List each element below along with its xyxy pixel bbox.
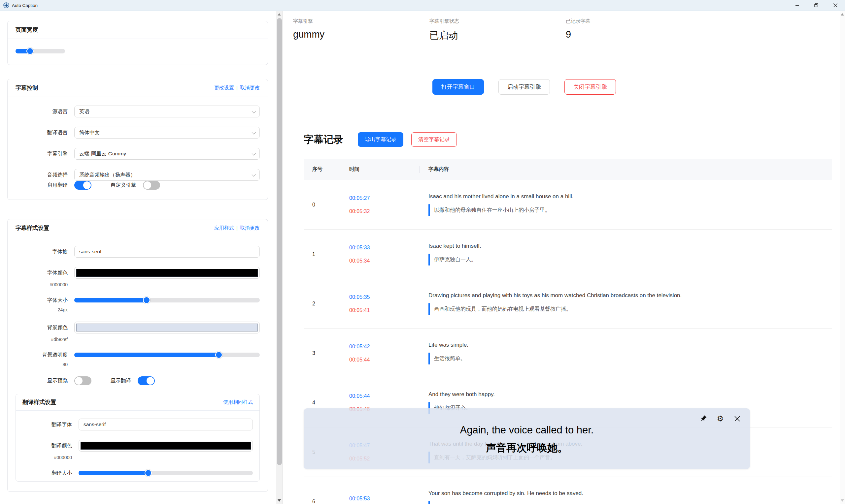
font-family-input[interactable] (74, 246, 260, 258)
stat-item: 已记录字幕 9 (566, 18, 702, 42)
overlay-settings-button[interactable]: ⚙ (716, 414, 724, 423)
style-toggles-row: 显示预览 显示翻译 (16, 376, 260, 385)
overlay-caption-text: Again, the voice called to her. (304, 424, 750, 436)
pin-icon (700, 415, 707, 422)
slider-track[interactable] (16, 49, 65, 53)
font-color-hex: #000000 (16, 282, 68, 287)
link-separator: | (236, 85, 237, 90)
audio-source-select[interactable]: 系统音频输出（扬声器） (74, 169, 260, 181)
target-language-label: 翻译语言 (16, 129, 68, 136)
column-time: 时间 (341, 166, 420, 173)
selected-value: 云端-阿里云-Gummy (79, 150, 126, 157)
page-width-card: 页面宽度 (7, 21, 268, 65)
bg-opacity-slider[interactable] (74, 351, 260, 359)
cancel-settings-link[interactable]: 取消更改 (240, 85, 260, 90)
translation-color-picker[interactable] (78, 440, 253, 452)
caption-style-title: 字幕样式设置 (16, 224, 49, 232)
start-time: 00:05:44 (349, 393, 420, 400)
cancel-style-link[interactable]: 取消更改 (240, 225, 260, 231)
caption-engine-select[interactable]: 云端-阿里云-Gummy (74, 148, 260, 160)
bg-color-picker[interactable] (74, 322, 260, 334)
overlay-close-button[interactable] (733, 414, 741, 423)
source-language-label: 源语言 (16, 108, 68, 115)
translation-color-hex: #000000 (22, 455, 72, 460)
translation-font-input[interactable] (78, 418, 253, 430)
caption-control-card: 字幕控制 更改设置|取消更改 源语言 英语 翻译语言 简体中文 字幕引擎 云端-… (7, 79, 268, 200)
caption-text: Drawing pictures and playing with his to… (428, 292, 832, 299)
restore-icon (814, 3, 818, 7)
row-index: 6 (304, 499, 341, 504)
translation-font-field: 翻译字体 (22, 418, 253, 430)
enable-translation-label: 启用翻译 (16, 182, 68, 189)
table-row: 2 00:05:35 00:05:41 Drawing pictures and… (304, 279, 832, 328)
caption-translation: 伊萨克独自一人。 (428, 254, 832, 266)
target-language-select[interactable]: 简体中文 (74, 127, 260, 139)
font-size-slider[interactable] (74, 296, 260, 304)
source-language-field: 源语言 英语 (16, 106, 260, 118)
enable-translation-toggle[interactable] (74, 181, 91, 190)
start-engine-button[interactable]: 启动字幕引擎 (498, 79, 550, 95)
end-time: 00:05:32 (349, 208, 420, 215)
bg-color-field: 背景颜色 #dbe2ef (16, 322, 260, 342)
scroll-up-icon[interactable] (841, 13, 844, 16)
stop-engine-button[interactable]: 关闭字幕引擎 (564, 79, 616, 95)
translation-font-label: 翻译字体 (22, 421, 72, 428)
page-width-slider[interactable] (16, 48, 65, 55)
caption-text: Your son has become corrupted by sin. He… (428, 490, 832, 497)
audio-source-label: 音频选择 (16, 172, 68, 178)
row-index: 2 (304, 301, 341, 307)
gear-icon: ⚙ (717, 415, 724, 422)
scrollbar-thumb[interactable] (277, 18, 282, 465)
use-same-style-link[interactable]: 使用相同样式 (223, 399, 253, 405)
show-translation-toggle[interactable] (138, 376, 155, 385)
caption-text: Isaac and his mother lived alone in a sm… (428, 193, 832, 200)
caption-overlay-window[interactable]: ⚙ Again, the voice called to her. 声音再次呼唤… (304, 408, 750, 469)
start-time: 00:05:53 (349, 495, 420, 502)
scroll-down-icon[interactable] (841, 499, 844, 502)
app-logo-icon (3, 2, 9, 8)
minimize-button[interactable] (788, 0, 807, 11)
bg-opacity-value: 80 (16, 362, 68, 367)
slider-thumb[interactable] (27, 48, 34, 55)
font-color-picker[interactable] (74, 267, 260, 279)
row-times: 00:05:33 00:05:34 (341, 244, 420, 265)
pin-button[interactable] (699, 414, 708, 423)
font-color-label: 字体颜色 (16, 269, 68, 276)
row-times: 00:05:42 00:05:44 (341, 343, 420, 363)
clear-records-button[interactable]: 清空字幕记录 (411, 132, 457, 147)
sidebar-scrollbar[interactable] (276, 11, 283, 504)
caption-translation: 画画和玩他的玩具，而他的妈妈在电视上观看基督教广播。 (428, 303, 832, 315)
scroll-down-icon[interactable] (278, 499, 281, 502)
selected-value: 简体中文 (79, 129, 100, 136)
apply-settings-link[interactable]: 更改设置 (214, 85, 234, 90)
translation-size-slider[interactable] (78, 469, 253, 476)
custom-engine-label: 自定义引擎 (110, 182, 136, 189)
main-scrollbar[interactable] (840, 11, 845, 504)
overlay-caption-translation: 声音再次呼唤她。 (304, 441, 750, 455)
caption-translation: 以撒和他的母亲独自住在一座小山上的小房子里。 (428, 204, 832, 216)
translation-color-field: 翻译颜色 #000000 (22, 440, 253, 460)
custom-engine-toggle[interactable] (143, 181, 160, 190)
engine-stats: 字幕引擎 gummy 字幕引擎状态 已启动 已记录字幕 9 (293, 18, 840, 42)
window-title: Auto Caption (12, 3, 38, 8)
caption-style-card: 字幕样式设置 应用样式|取消更改 字体族 字体颜色 (7, 219, 268, 492)
selected-value: 英语 (79, 108, 89, 115)
chevron-down-icon (252, 151, 256, 155)
show-preview-toggle[interactable] (74, 376, 91, 385)
open-caption-window-button[interactable]: 打开字幕窗口 (433, 79, 484, 95)
restore-button[interactable] (807, 0, 826, 11)
stat-value: gummy (293, 29, 429, 40)
slider-thumb[interactable] (215, 351, 223, 359)
bg-color-hex: #dbe2ef (16, 337, 68, 342)
row-times: 00:05:27 00:05:32 (341, 195, 420, 215)
stat-value: 9 (566, 29, 702, 40)
close-button[interactable] (826, 0, 845, 11)
export-records-button[interactable]: 导出字幕记录 (358, 132, 403, 147)
source-language-select[interactable]: 英语 (74, 106, 260, 118)
caption-text: Isaac kept to himself. (428, 243, 832, 249)
slider-thumb[interactable] (143, 296, 150, 304)
page-width-title: 页面宽度 (16, 26, 38, 34)
scroll-up-icon[interactable] (278, 13, 281, 16)
slider-thumb[interactable] (145, 469, 152, 476)
apply-style-link[interactable]: 应用样式 (214, 225, 234, 231)
